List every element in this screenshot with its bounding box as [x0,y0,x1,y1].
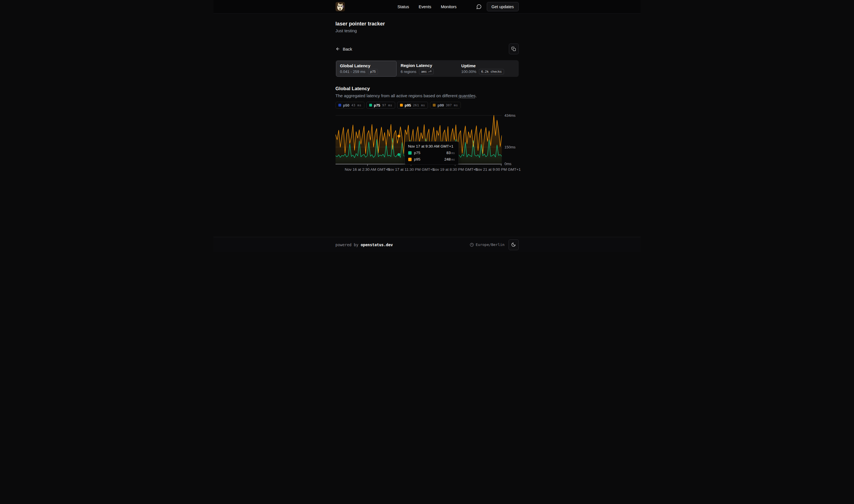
p75-swatch [408,151,412,155]
x-tick-label: Nov 19 at 8:30 PM GMT+1 [432,167,478,172]
openstatus-link[interactable]: openstatus.dev [361,242,393,247]
tab-value: 6 regions [401,70,416,74]
clock-icon [470,243,474,247]
nav-link-events[interactable]: Events [419,4,431,9]
timezone-display: Europe/Berlin [470,242,505,247]
description-period: . [475,93,477,98]
site-logo-cat-avatar[interactable] [335,2,345,11]
tab-title: Uptime [461,63,514,68]
p95-color-swatch [400,104,403,107]
cat-logo-image [335,2,345,11]
page-subtitle: Just testing [335,28,519,33]
legend-label: p99 [438,103,444,107]
powered-by-text: powered by [335,242,361,247]
legend-pill-p50[interactable]: p50 43 ms [335,102,364,109]
x-tick-label: Nov 17 at 11:30 PM GMT+1 [387,167,435,172]
main-content: laser pointer tracker Just testing Back [214,14,640,237]
metric-tabs: Global Latency 0.041 - 259 ms p75 Region… [335,60,519,77]
checks-badge: 6.2k checks [479,69,504,74]
chart-tooltip: Nov 17 at 9:30 AM GMT+1 p75 83ms p95 248… [404,141,459,165]
get-updates-button[interactable]: Get updates [487,2,519,11]
moon-icon [511,242,516,247]
legend-value: 307 ms [446,104,458,107]
theme-toggle-button[interactable] [509,239,519,250]
toolbar-row: Back [335,43,519,54]
tooltip-row-p75: p75 83ms [408,151,455,155]
tooltip-series-label: p75 [414,151,421,155]
description-text: The aggregated latency from all active r… [335,93,459,98]
region-badge: ams [419,69,434,74]
p75-color-swatch [369,104,372,107]
legend-value: 261 ms [413,104,425,107]
tooltip-value-number: 83 [447,151,451,155]
legend-label: p95 [405,103,411,107]
y-axis-label-max: 434ms [505,113,515,118]
trending-up-icon [428,70,431,73]
section-description: The aggregated latency from all active r… [335,93,519,98]
tab-value: 0.041 - 259 ms [340,70,365,74]
tab-region-latency[interactable]: Region Latency 6 regions ams [397,61,457,77]
p99-color-swatch [433,104,436,107]
legend-label: p50 [343,103,349,107]
tooltip-value-unit: ms [451,158,455,161]
p95-swatch [408,158,412,161]
quantile-badge: p75 [368,69,378,74]
legend-value: 97 ms [382,104,393,107]
page-footer: powered by openstatus.dev Europe/Berlin [214,237,640,252]
back-label: Back [343,47,352,51]
tooltip-value: 83ms [447,151,455,155]
latency-chart[interactable]: 434ms 150ms 0ms Nov 16 at 2:30 AM GMT+1 … [335,113,519,173]
chart-legend: p50 43 ms p75 97 ms p95 261 ms p99 307 m… [335,102,519,109]
region-badge-label: ams [421,70,427,73]
tooltip-value-number: 248 [444,157,451,161]
tooltip-value-unit: ms [451,151,455,155]
tab-global-latency[interactable]: Global Latency 0.041 - 259 ms p75 [336,61,397,77]
nav-link-monitors[interactable]: Monitors [441,4,456,9]
legend-pill-p95[interactable]: p95 261 ms [397,102,428,109]
section-title: Global Latency [335,86,519,92]
legend-value: 43 ms [351,104,362,107]
tooltip-row-p95: p95 248ms [408,157,455,161]
tab-uptime[interactable]: Uptime 100.00% 6.2k checks [457,61,518,77]
back-button[interactable]: Back [335,47,352,51]
legend-pill-p75[interactable]: p75 97 ms [366,102,395,109]
message-circle-icon [476,4,482,9]
top-nav: Status Events Monitors Get updates [214,0,640,14]
y-axis-label-mid: 150ms [505,145,515,149]
legend-pill-p99[interactable]: p99 307 ms [430,102,461,109]
x-tick-label: Nov 21 at 9:00 PM GMT+1 [475,167,521,172]
p50-color-swatch [339,104,341,107]
tab-title: Global Latency [340,63,393,68]
legend-label: p75 [374,103,380,107]
copy-icon [511,47,516,51]
y-axis-label-zero: 0ms [505,162,512,166]
quantiles-link[interactable]: quantiles [458,93,475,98]
footer-actions: Europe/Berlin [470,239,519,250]
x-axis-labels: Nov 16 at 2:30 AM GMT+1 Nov 17 at 11:30 … [335,167,519,173]
copy-link-button[interactable] [509,43,519,54]
powered-by: powered by openstatus.dev [335,242,393,247]
arrow-left-icon [335,47,340,51]
status-page: Status Events Monitors Get updates la [214,0,640,252]
nav-link-status[interactable]: Status [398,4,409,9]
page-title: laser pointer tracker [335,21,519,27]
tooltip-timestamp: Nov 17 at 9:30 AM GMT+1 [408,144,455,148]
feedback-button[interactable] [474,2,484,12]
tooltip-value: 248ms [444,157,455,161]
tab-title: Region Latency [401,63,453,68]
tab-value: 100.00% [461,70,476,74]
x-tick-label: Nov 16 at 2:30 AM GMT+1 [345,167,390,172]
tooltip-series-label: p95 [414,157,421,161]
nav-actions: Get updates [474,2,519,12]
timezone-label: Europe/Berlin [476,242,505,247]
nav-menu: Status Events Monitors [398,4,456,9]
